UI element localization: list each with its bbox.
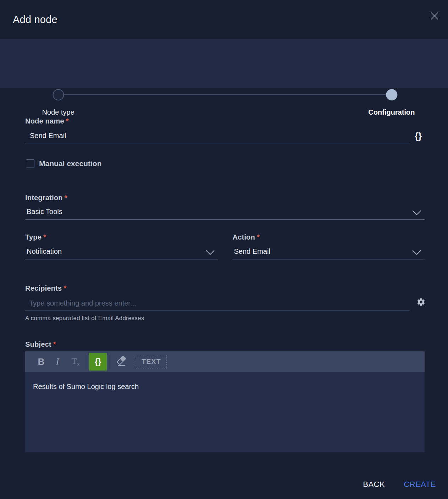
close-icon bbox=[430, 11, 439, 22]
eraser-button[interactable] bbox=[110, 353, 132, 371]
integration-label: Integration* bbox=[25, 194, 67, 202]
add-node-modal: Add node Node type Configuration Node na… bbox=[0, 0, 448, 499]
recipients-label: Recipients* bbox=[25, 284, 66, 292]
manual-execution-label: Manual execution bbox=[39, 159, 102, 168]
recipients-input[interactable] bbox=[25, 298, 409, 311]
gear-icon bbox=[416, 302, 426, 308]
type-label-text: Type bbox=[25, 233, 42, 241]
braces-icon[interactable]: {} bbox=[412, 131, 425, 142]
node-name-required-asterisk: * bbox=[66, 117, 69, 125]
clear-formatting-x: x bbox=[77, 361, 80, 367]
integration-required-asterisk: * bbox=[65, 194, 67, 202]
back-button[interactable]: BACK bbox=[363, 480, 385, 489]
recipients-settings-button[interactable] bbox=[416, 297, 426, 307]
italic-icon: I bbox=[56, 356, 59, 367]
integration-label-text: Integration bbox=[25, 194, 63, 202]
recipients-help-text: A comma separated list of Email Addresse… bbox=[25, 315, 144, 322]
manual-execution-checkbox[interactable] bbox=[26, 159, 34, 168]
action-label-text: Action bbox=[233, 233, 255, 241]
chevron-down-icon bbox=[412, 250, 422, 257]
node-name-label: Node name* bbox=[25, 117, 69, 125]
subject-label-text: Subject bbox=[25, 340, 51, 348]
clear-formatting-icon: Tx bbox=[72, 356, 80, 367]
create-button[interactable]: CREATE bbox=[404, 480, 436, 489]
clear-formatting-button[interactable]: Tx bbox=[66, 353, 86, 371]
node-name-field bbox=[25, 131, 409, 143]
recipients-field bbox=[25, 298, 409, 311]
eraser-icon bbox=[115, 356, 127, 368]
manual-execution-checkbox-row[interactable]: Manual execution bbox=[26, 159, 102, 168]
recipients-required-asterisk: * bbox=[64, 284, 66, 292]
subject-value: Results of Sumo Logic log search bbox=[33, 383, 139, 390]
subject-editor: B I Tx {} bbox=[25, 351, 425, 452]
modal-title: Add node bbox=[13, 14, 58, 26]
bold-icon: B bbox=[38, 356, 45, 367]
braces-icon: {} bbox=[95, 357, 102, 367]
subject-input[interactable]: Results of Sumo Logic log search bbox=[25, 372, 425, 452]
action-select[interactable]: Send Email bbox=[233, 247, 425, 259]
toolbar-separator bbox=[87, 354, 87, 369]
close-button[interactable] bbox=[430, 11, 439, 21]
recipients-label-text: Recipients bbox=[25, 284, 62, 292]
chevron-down-icon bbox=[412, 210, 422, 217]
action-required-asterisk: * bbox=[257, 233, 259, 241]
type-label: Type* bbox=[25, 233, 46, 241]
clear-formatting-t: T bbox=[72, 356, 77, 366]
modal-footer: BACK CREATE bbox=[363, 480, 436, 489]
modal-header: Add node bbox=[0, 0, 448, 39]
italic-button[interactable]: I bbox=[49, 353, 66, 371]
integration-selected-value: Basic Tools bbox=[25, 207, 425, 216]
stepper: Node type Configuration bbox=[0, 39, 448, 88]
node-name-label-text: Node name bbox=[25, 117, 64, 125]
text-mode-button[interactable]: TEXT bbox=[136, 355, 167, 368]
node-name-input[interactable] bbox=[25, 131, 409, 143]
text-mode-label: TEXT bbox=[142, 358, 161, 366]
subject-editor-toolbar: B I Tx {} bbox=[25, 351, 425, 372]
integration-select[interactable]: Basic Tools bbox=[25, 207, 425, 220]
subject-label: Subject* bbox=[25, 340, 56, 349]
type-required-asterisk: * bbox=[43, 233, 46, 241]
action-label: Action* bbox=[233, 233, 259, 241]
chevron-down-icon bbox=[205, 250, 215, 257]
configuration-form: Node name* {} Manual execution Integrati… bbox=[0, 88, 448, 499]
action-selected-value: Send Email bbox=[233, 247, 425, 256]
type-select[interactable]: Notification bbox=[25, 247, 218, 259]
bold-button[interactable]: B bbox=[33, 353, 49, 371]
insert-variable-button[interactable]: {} bbox=[89, 353, 107, 371]
subject-required-asterisk: * bbox=[53, 340, 56, 348]
type-selected-value: Notification bbox=[25, 247, 218, 256]
toolbar-separator bbox=[109, 354, 109, 369]
